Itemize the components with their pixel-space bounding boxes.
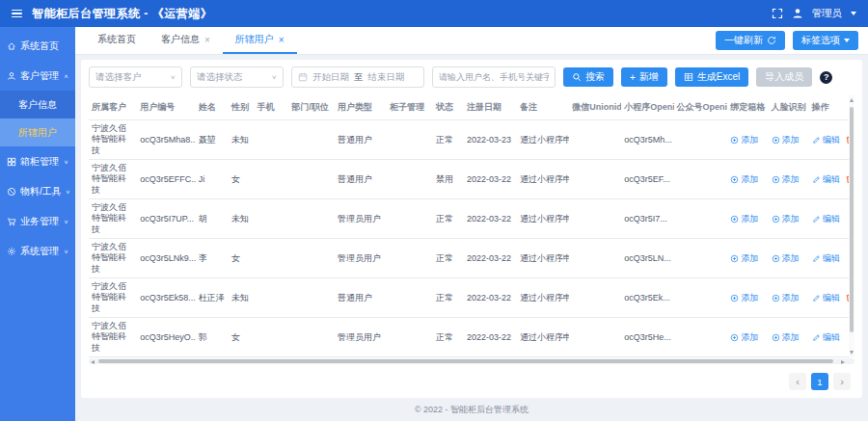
cell-dept: [288, 318, 335, 357]
fullscreen-icon[interactable]: [772, 8, 783, 19]
add-face-link[interactable]: 添加: [772, 213, 800, 225]
scroll-down-icon[interactable]: [850, 351, 854, 355]
horizontal-scrollbar[interactable]: [89, 358, 854, 364]
sidebar-item-material[interactable]: 物料/工具∨: [0, 176, 75, 206]
sidebar-item-business[interactable]: 业务管理∨: [0, 206, 75, 236]
users-table: 所属客户用户编号姓名性别手机部门/职位用户类型柜子管理状态注册日期备注微信Uni…: [89, 95, 854, 357]
generate-excel-button[interactable]: 生成Excel: [675, 67, 748, 87]
circle-plus-icon: [730, 175, 739, 184]
sidebar-subitem-managed-users[interactable]: 所辖用户: [0, 118, 75, 146]
refresh-button[interactable]: 一键刷新: [716, 31, 785, 50]
add-face-link[interactable]: 添加: [772, 331, 800, 344]
username[interactable]: 管理员: [812, 7, 843, 20]
cell-unionid: [569, 278, 621, 318]
cell-mp_openid: ocQ3r5He...: [621, 318, 673, 357]
content-area: 请选择客户 ∨ 请选择状态 ∨ 开始日期 至 结束日期: [75, 55, 868, 421]
vertical-scrollbar-thumb[interactable]: [850, 107, 854, 332]
sidebar-subitem-label: 所辖用户: [18, 126, 57, 140]
vertical-scrollbar[interactable]: [849, 95, 854, 357]
next-page-button[interactable]: ›: [833, 373, 851, 390]
calendar-icon: [298, 72, 308, 82]
scroll-up-icon[interactable]: [850, 98, 854, 102]
add-face-link[interactable]: 添加: [772, 173, 800, 186]
search-button[interactable]: 搜索: [563, 67, 613, 87]
customer-select[interactable]: 请选择客户 ∨: [89, 66, 182, 88]
cell-user_type: 普通用户: [335, 120, 387, 160]
tab-close-icon[interactable]: ×: [279, 35, 285, 45]
users-table-wrap: 所属客户用户编号姓名性别手机部门/职位用户类型柜子管理状态注册日期备注微信Uni…: [89, 95, 854, 357]
user-caret-icon[interactable]: [851, 12, 856, 15]
cell-reg_date: 2022-03-23: [464, 120, 517, 160]
date-range-picker[interactable]: 开始日期 至 结束日期: [291, 66, 424, 88]
tab-customer-info[interactable]: 客户信息×: [149, 27, 223, 54]
tab-managed-users[interactable]: 所辖用户×: [223, 27, 297, 54]
pencil-icon: [812, 215, 821, 224]
edit-link[interactable]: 编辑: [812, 292, 840, 304]
page-number-current[interactable]: 1: [811, 373, 828, 390]
add-box-link[interactable]: 添加: [730, 331, 758, 344]
sidebar-item-home[interactable]: 系统首页: [0, 31, 75, 61]
circle-plus-icon: [772, 136, 780, 145]
table-row: 宁波久佰特智能科技ocQ3r5EFFC...Ji女普通用户禁用2022-03-2…: [89, 160, 854, 199]
pencil-icon: [812, 254, 821, 263]
add-face-link[interactable]: 添加: [772, 252, 800, 265]
date-separator: 至: [354, 71, 364, 84]
menu-toggle-icon[interactable]: [12, 10, 22, 18]
add-box-label: 添加: [741, 173, 758, 186]
add-button[interactable]: + 新增: [621, 67, 667, 87]
sidebar-item-label: 系统管理: [20, 245, 59, 258]
scroll-right-icon[interactable]: [841, 360, 845, 364]
tab-close-icon[interactable]: ×: [204, 35, 210, 45]
edit-link[interactable]: 编辑: [812, 213, 840, 225]
cell-oa_openid: [674, 239, 728, 278]
add-face-link[interactable]: 添加: [772, 134, 800, 146]
spreadsheet-icon: [684, 72, 693, 82]
cell-name: 聂堃: [196, 120, 229, 160]
cell-mp_openid: ocQ3r5EF...: [621, 160, 673, 199]
add-box-link[interactable]: 添加: [730, 134, 758, 146]
edit-label: 编辑: [823, 252, 840, 265]
table-header-row: 所属客户用户编号姓名性别手机部门/职位用户类型柜子管理状态注册日期备注微信Uni…: [89, 95, 854, 120]
scroll-left-icon[interactable]: [91, 360, 95, 364]
add-box-link[interactable]: 添加: [730, 213, 758, 225]
cell-remark: 通过小程序申...: [517, 120, 569, 160]
cell-remark: 通过小程序申...: [517, 160, 569, 199]
edit-link[interactable]: 编辑: [812, 134, 840, 146]
edit-link[interactable]: 编辑: [812, 252, 840, 265]
sidebar-item-customer[interactable]: 客户管理∧: [0, 61, 75, 91]
sidebar-subitem-customer-info[interactable]: 客户信息: [0, 91, 75, 118]
cell-cabinet: [387, 120, 433, 160]
add-face-link[interactable]: 添加: [772, 292, 800, 304]
cell-unionid: [569, 160, 621, 199]
import-members-button[interactable]: 导入成员: [756, 67, 812, 87]
tab-home[interactable]: 系统首页: [85, 27, 149, 54]
chevron-down-icon: ∨: [66, 188, 70, 194]
help-icon[interactable]: ?: [820, 71, 832, 84]
edit-link[interactable]: 编辑: [812, 173, 840, 186]
cell-oa_openid: [674, 160, 728, 199]
cell-user_no: ocQ3r5I7UP...: [137, 199, 196, 239]
sidebar-item-system[interactable]: 系统管理∨: [0, 236, 75, 266]
cell-customer: 宁波久佰特智能科技: [89, 239, 137, 278]
add-box-link[interactable]: 添加: [730, 292, 758, 304]
search-icon: [572, 72, 582, 82]
add-box-link[interactable]: 添加: [730, 173, 758, 186]
status-select-placeholder: 请选择状态: [197, 71, 243, 84]
cell-name: 杜正泽: [196, 278, 229, 318]
cell-oa_openid: [674, 318, 728, 357]
sidebar: 系统首页客户管理∧客户信息所辖用户箱柜管理∨物料/工具∨业务管理∨系统管理∨: [0, 27, 75, 421]
cell-status: 正常: [433, 318, 464, 357]
circle-plus-icon: [772, 333, 780, 342]
prev-page-button[interactable]: ‹: [789, 373, 806, 390]
cell-user_type: 普通用户: [335, 160, 387, 199]
edit-link[interactable]: 编辑: [812, 331, 840, 344]
add-box-link[interactable]: 添加: [730, 252, 758, 265]
cell-unionid: [569, 318, 621, 357]
sidebar-item-cabinet[interactable]: 箱柜管理∨: [0, 146, 75, 176]
horizontal-scrollbar-thumb[interactable]: [98, 359, 833, 363]
tag-options-label: 标签选项: [801, 34, 840, 47]
keyword-input[interactable]: [432, 66, 556, 88]
status-select[interactable]: 请选择状态 ∨: [190, 66, 284, 88]
cell-user_type: 管理员用户: [335, 199, 387, 239]
tag-options-button[interactable]: 标签选项: [793, 31, 858, 50]
